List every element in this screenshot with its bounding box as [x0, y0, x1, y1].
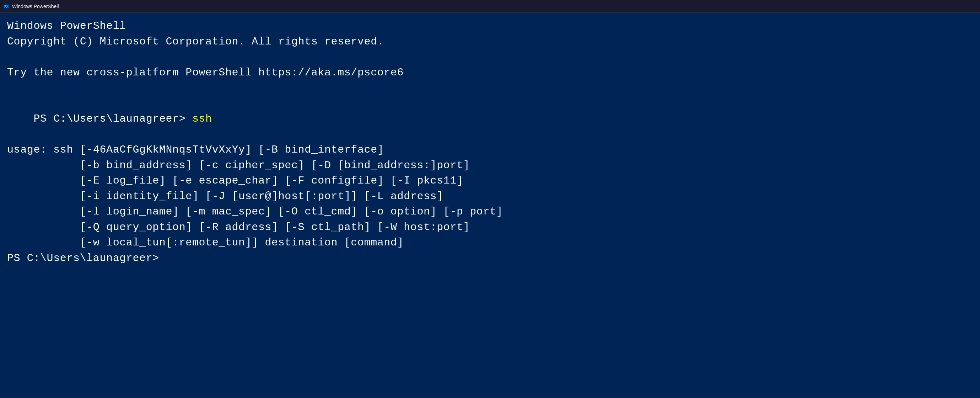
- line-opt2: [-E log_file] [-e escape_char] [-F confi…: [7, 173, 973, 189]
- prompt-text-1: PS C:\Users\launagreer>: [33, 113, 192, 125]
- powershell-icon: PS: [3, 3, 10, 10]
- line-blank2: [7, 80, 973, 96]
- line-try: Try the new cross-platform PowerShell ht…: [7, 65, 973, 81]
- line-copyright: Copyright (C) Microsoft Corporation. All…: [7, 34, 973, 50]
- line-usage: usage: ssh [-46AaCfGgKkMNnqsTtVvXxYy] [-…: [7, 142, 973, 158]
- line-prompt2[interactable]: PS C:\Users\launagreer>: [7, 251, 973, 266]
- line-blank1: [7, 50, 973, 65]
- svg-text:PS: PS: [3, 5, 8, 10]
- window-title: Windows PowerShell: [12, 3, 59, 9]
- title-bar: PS Windows PowerShell: [0, 0, 980, 13]
- line-opt5: [-Q query_option] [-R address] [-S ctl_p…: [7, 220, 973, 235]
- line-title: Windows PowerShell: [7, 19, 973, 34]
- line-opt3: [-i identity_file] [-J [user@]host[:port…: [7, 189, 973, 205]
- command-ssh: ssh: [192, 113, 212, 125]
- line-opt1: [-b bind_address] [-c cipher_spec] [-D […: [7, 158, 973, 174]
- line-opt4: [-l login_name] [-m mac_spec] [-O ctl_cm…: [7, 204, 973, 220]
- line-prompt1: PS C:\Users\launagreer> ssh: [7, 96, 973, 142]
- terminal-body[interactable]: Windows PowerShell Copyright (C) Microso…: [0, 13, 980, 272]
- line-opt6: [-w local_tun[:remote_tun]] destination …: [7, 235, 973, 251]
